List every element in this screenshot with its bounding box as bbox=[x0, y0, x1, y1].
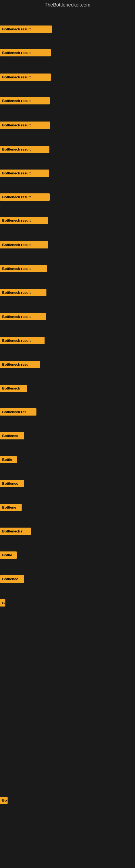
bottleneck-result-item[interactable]: Bottleneck result bbox=[0, 241, 48, 248]
bottleneck-result-item[interactable]: Bottlenec bbox=[0, 432, 24, 439]
bottleneck-result-item[interactable]: Bottleneck result bbox=[0, 313, 46, 320]
bottleneck-result-item[interactable]: Bottleneck bbox=[0, 384, 27, 392]
bottleneck-result-item[interactable]: Bottleneck result bbox=[0, 146, 49, 153]
bottleneck-result-item[interactable]: Bottleneck res bbox=[0, 408, 37, 415]
bottleneck-result-item[interactable]: Bottle bbox=[0, 552, 17, 559]
bottleneck-result-item[interactable]: Bottleneck result bbox=[0, 193, 50, 201]
bottleneck-result-item[interactable]: Bottleneck result bbox=[0, 337, 45, 344]
bottleneck-result-item[interactable]: Bottle bbox=[0, 456, 17, 463]
bottleneck-result-item[interactable]: Bottleneck result bbox=[0, 265, 47, 272]
bottleneck-result-item[interactable]: Bottleneck result bbox=[0, 289, 46, 296]
bottleneck-result-item[interactable]: Bottleneck result bbox=[0, 169, 49, 177]
bottleneck-result-item[interactable]: Bottleneck result bbox=[0, 217, 48, 224]
bottleneck-result-item[interactable]: Bottleneck r bbox=[0, 528, 31, 535]
bottleneck-result-item[interactable]: Bottlenec bbox=[0, 575, 24, 583]
bottleneck-result-item[interactable]: Bottleneck result bbox=[0, 26, 52, 33]
bottleneck-result-item[interactable]: Bottleneck result bbox=[0, 122, 50, 129]
bottleneck-result-item[interactable]: Bottlene bbox=[0, 504, 21, 511]
bottleneck-result-item[interactable]: B bbox=[0, 599, 5, 607]
bottleneck-result-item[interactable]: Bo bbox=[0, 797, 8, 804]
bottleneck-result-item[interactable]: Bottlenec bbox=[0, 480, 24, 487]
bottleneck-result-item[interactable]: Bottleneck resu bbox=[0, 361, 40, 368]
site-title: TheBottlenecker.com bbox=[0, 0, 135, 10]
bottleneck-result-item[interactable]: Bottleneck result bbox=[0, 73, 51, 81]
bottleneck-result-item[interactable]: Bottleneck result bbox=[0, 49, 51, 56]
bottleneck-result-item[interactable]: Bottleneck result bbox=[0, 97, 50, 104]
